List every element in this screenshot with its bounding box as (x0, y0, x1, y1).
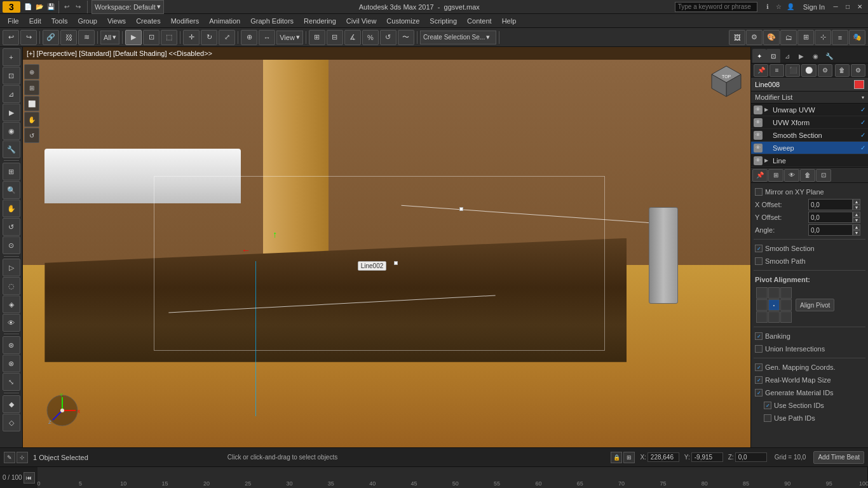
toolbar-link[interactable]: 🔗 (43, 30, 59, 45)
toolbar-render-setup[interactable]: ⚙ (746, 30, 763, 45)
toolbar-select[interactable]: ▶ (125, 30, 142, 45)
maximize-button[interactable]: □ (842, 2, 853, 12)
close-button[interactable]: ✕ (854, 2, 865, 12)
pivot-bot-center[interactable] (768, 311, 780, 323)
pivot-top-right[interactable] (780, 287, 792, 299)
modifier-uvw-xform[interactable]: 👁 UVW Xform ✓ (751, 116, 868, 129)
tool-quick-align[interactable]: ⊗ (3, 355, 20, 372)
toolbar-render-frame[interactable]: 🖼 (729, 30, 745, 45)
toolbar-move[interactable]: ✛ (183, 30, 200, 45)
user-icon[interactable]: 👤 (785, 2, 796, 12)
tab-hierarchy[interactable]: ⊿ (780, 49, 794, 63)
menu-content[interactable]: Content (462, 16, 497, 26)
sign-in-text[interactable]: Sign In (801, 3, 827, 11)
tool-hide[interactable]: 👁 (3, 314, 20, 332)
toolbar-mirror[interactable]: ↔ (259, 30, 275, 45)
smooth-path-checkbox[interactable] (755, 257, 763, 265)
tool-isolate[interactable]: ◈ (3, 295, 20, 313)
toolbar-rotate[interactable]: ↻ (201, 30, 217, 45)
pivot-top-left[interactable] (756, 287, 768, 299)
x-offset-up[interactable]: ▲ (853, 199, 860, 205)
tool-display[interactable]: ◉ (3, 122, 20, 140)
search-box[interactable] (675, 2, 757, 12)
tab-utilities[interactable]: 🔧 (822, 49, 836, 63)
toolbar-snap[interactable]: ⊟ (327, 30, 343, 45)
star-icon[interactable]: ☆ (774, 2, 784, 12)
x-offset-down[interactable]: ▼ (853, 205, 860, 210)
visibility-eye-icon[interactable]: 👁 (754, 105, 763, 114)
y-offset-up[interactable]: ▲ (853, 212, 860, 217)
mod-configure-icon[interactable]: ⊞ (768, 169, 783, 182)
toolbar-layer[interactable]: ≡ (832, 30, 848, 45)
tool-zoom[interactable]: 🔍 (3, 181, 20, 199)
toolbar-select-region[interactable]: ⊡ (143, 30, 159, 45)
modifier-smooth[interactable]: 👁 Smooth Section ✓ (751, 129, 868, 142)
modifier-unwrap-uvw[interactable]: 👁 ▶ Unwrap UVW ✓ (751, 104, 868, 116)
redo-icon[interactable]: ↪ (73, 2, 83, 12)
smooth-section-checkbox[interactable]: ✓ (755, 245, 763, 252)
pivot-top-center[interactable] (768, 287, 780, 299)
toolbar-pivot[interactable]: ⊕ (241, 30, 257, 45)
angle-up[interactable]: ▲ (853, 224, 860, 230)
menu-help[interactable]: Help (497, 16, 522, 26)
tool-hierarchy[interactable]: ⊿ (3, 85, 20, 103)
object-color-swatch[interactable] (854, 80, 864, 89)
visibility-eye-icon[interactable]: 👁 (754, 144, 763, 152)
add-time-beat-button[interactable]: Add Time Beat (813, 451, 864, 464)
y-offset-input[interactable]: 0,0 (808, 212, 853, 223)
menu-modifiers[interactable]: Modifiers (166, 16, 205, 26)
visibility-eye-icon[interactable]: 👁 (754, 131, 763, 140)
toolbar-select-window[interactable]: ⬚ (161, 30, 177, 45)
toolbar-scene-explorer[interactable]: 🗂 (780, 30, 797, 45)
vlt-pan[interactable]: ✋ (24, 112, 39, 127)
y-offset-down[interactable]: ▼ (853, 217, 860, 223)
menu-civil-view[interactable]: Civil View (341, 16, 381, 26)
view-dropdown[interactable]: View ▾ (276, 30, 303, 44)
use-section-ids-checkbox[interactable]: ✓ (764, 402, 771, 409)
timeline-go-start-icon[interactable]: ⏮ (24, 472, 35, 484)
toolbar-curve[interactable]: 〜 (398, 30, 414, 45)
mod-show-icon[interactable]: 👁 (784, 169, 799, 182)
trash-icon[interactable]: 🗑 (835, 64, 850, 77)
gen-material-checkbox[interactable]: ✓ (755, 389, 763, 396)
pivot-mid-left[interactable] (756, 299, 768, 311)
status-script-icon[interactable]: ✎ (4, 452, 15, 463)
align-pivot-button[interactable]: Align Pivot (796, 299, 834, 311)
pivot-bot-left[interactable] (756, 311, 768, 323)
gear-icon[interactable]: ⚙ (818, 64, 832, 77)
tool-select-object[interactable]: ▷ (3, 259, 20, 276)
union-intersections-checkbox[interactable] (755, 345, 763, 353)
toolbar-material-editor[interactable]: 🎨 (763, 30, 780, 45)
realworld-checkbox[interactable]: ✓ (755, 376, 763, 384)
pivot-bot-right[interactable] (780, 311, 792, 323)
search-input[interactable] (678, 3, 754, 10)
pin-icon[interactable]: 📌 (754, 64, 768, 77)
viewport-cube[interactable]: TOP (709, 63, 744, 99)
toolbar-snaps[interactable]: ⊹ (815, 30, 831, 45)
lock-icon[interactable]: 🔒 (611, 452, 622, 463)
selection-set-dropdown[interactable]: Create Selection Se... ▾ (420, 30, 496, 44)
menu-group[interactable]: Group (72, 16, 102, 26)
tool-viewport-layout[interactable]: ⊞ (3, 163, 20, 180)
cube-icon[interactable]: ⬛ (785, 64, 800, 77)
modifier-list-dropdown[interactable]: Modifier List ▾ (751, 92, 868, 104)
toolbar-scale[interactable]: ⤢ (219, 30, 235, 45)
banking-checkbox[interactable]: ✓ (755, 332, 763, 340)
tool-modify[interactable]: ⊡ (3, 67, 20, 85)
info-icon[interactable]: ℹ (763, 2, 773, 12)
visibility-eye-icon[interactable]: 👁 (754, 156, 763, 165)
mod-delete-icon[interactable]: 🗑 (800, 169, 815, 182)
menu-create[interactable]: Creates (131, 16, 166, 26)
undo-icon[interactable]: ↩ (62, 2, 72, 12)
toolbar-spinner[interactable]: ↺ (380, 30, 397, 45)
mirror-xy-checkbox[interactable] (755, 188, 763, 196)
menu-scripting[interactable]: Scripting (424, 16, 462, 26)
toolbar-angle[interactable]: ∡ (344, 30, 361, 45)
expand-arrow-icon[interactable]: ▶ (764, 158, 771, 163)
tool-align2[interactable]: ⊛ (3, 336, 20, 354)
tool-motion[interactable]: ▶ (3, 104, 20, 121)
x-offset-input[interactable]: 0,0 (808, 199, 853, 210)
save-icon[interactable]: 💾 (46, 2, 56, 12)
list-icon[interactable]: ≡ (770, 64, 784, 77)
modifier-line[interactable]: 👁 ▶ Line (751, 154, 868, 167)
